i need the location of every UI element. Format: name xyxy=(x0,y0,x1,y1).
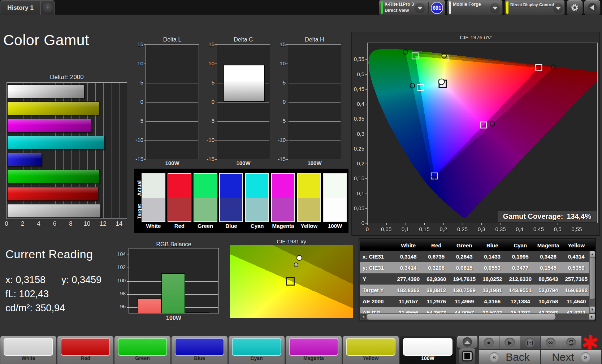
delta_c-title: Delta C xyxy=(217,36,270,43)
pattern-label: Yellow xyxy=(343,355,399,361)
table-cell: 0,3426 xyxy=(534,251,563,262)
deltae2000-plot xyxy=(7,82,127,219)
tick-mark xyxy=(144,83,146,83)
table-row: y: CIE310,34140,32080,68150,05530,34770,… xyxy=(360,262,589,273)
meter-dropdown[interactable]: X-Rite i1Pro 3 Direct View 691 xyxy=(379,0,445,15)
table-row-label: y: CIE31 xyxy=(360,262,394,273)
deltae-bar-yellow xyxy=(7,101,99,115)
table-cell: 212,6330 xyxy=(506,273,534,285)
y-tick-label: 100 xyxy=(114,278,126,283)
y-tick-label: -15 xyxy=(202,156,215,162)
tick-mark xyxy=(539,223,539,225)
play-icon: ▶ xyxy=(504,338,515,347)
next-button[interactable]: Next» xyxy=(541,350,601,364)
x-tick-label: 0,25 xyxy=(454,226,472,232)
pattern-button-100w[interactable]: 100W xyxy=(400,336,456,364)
add-tab-button[interactable]: + xyxy=(42,2,53,13)
tick-mark xyxy=(520,223,520,225)
display-control-chevron-down-icon[interactable] xyxy=(553,3,563,13)
tick-mark xyxy=(365,104,367,104)
tick-mark xyxy=(286,64,288,64)
table-cell: 12,1384 xyxy=(506,296,534,307)
table-cell: 0,0553 xyxy=(478,262,507,273)
loop-button[interactable]: ∞ xyxy=(541,336,561,349)
tick-mark xyxy=(144,64,146,64)
y-tick-label: -10 xyxy=(273,137,286,143)
scroll-up-button[interactable]: ▲ xyxy=(590,251,595,257)
table-horizontal-scrollbar[interactable]: ◄► xyxy=(360,313,595,320)
table-cell: 0,6735 xyxy=(423,251,451,262)
settings-button[interactable] xyxy=(567,0,582,15)
tab-history-1[interactable]: History 1 xyxy=(0,0,41,15)
x-tick-label: 12 xyxy=(99,220,107,228)
refresh-button[interactable] xyxy=(561,336,581,349)
pattern-button-white[interactable]: White xyxy=(0,336,56,364)
table-cell: 13,1981 xyxy=(478,285,507,296)
reading-x: x: 0,3158 xyxy=(5,274,46,286)
collapse-toolbar-button[interactable] xyxy=(584,0,600,15)
table-row-label: Y xyxy=(360,273,394,285)
y-tick-label: 96 xyxy=(114,304,126,309)
pattern-swatch xyxy=(403,338,452,356)
horizontal-scroll-thumb[interactable] xyxy=(367,314,555,320)
tick-mark xyxy=(215,83,217,83)
pattern-button-yellow[interactable]: Yellow xyxy=(343,336,399,364)
scroll-right-button[interactable]: ► xyxy=(589,314,595,320)
tick-mark xyxy=(215,121,217,121)
tick-mark xyxy=(386,223,387,225)
refresh-arrows-icon xyxy=(568,339,575,346)
pattern-window-square xyxy=(464,353,470,359)
table-cell: 52,0794 xyxy=(534,285,563,296)
scroll-down-button[interactable]: ▼ xyxy=(590,307,595,313)
alert-asterisk-icon[interactable] xyxy=(582,334,599,351)
measure-button[interactable]: [··] xyxy=(520,336,540,349)
source-status-stripe xyxy=(449,1,451,14)
table-row: Y277,439062,9360194,761518,0252212,63308… xyxy=(360,273,589,285)
page-title: Color Gamut xyxy=(3,32,89,49)
y-tick-label: -5 xyxy=(273,118,286,124)
vertical-scroll-thumb[interactable] xyxy=(590,258,595,299)
table-cell: 169,6382 xyxy=(562,285,589,296)
y-tick-label: 0,1 xyxy=(348,190,364,196)
play-button[interactable]: ▶ xyxy=(499,336,520,349)
pattern-window-button[interactable] xyxy=(459,348,475,364)
pattern-button-red[interactable]: Red xyxy=(57,336,113,364)
scroll-left-button[interactable]: ◄ xyxy=(360,314,366,320)
gridline xyxy=(146,121,198,122)
table-row: x: CIE310,31480,67350,26430,14330,19950,… xyxy=(360,251,589,262)
pattern-swatch xyxy=(4,338,53,356)
deltae-bar-100w xyxy=(7,84,85,98)
y-tick-label: 104 xyxy=(114,251,126,257)
display-control-dropdown[interactable]: Direct Display Control xyxy=(505,0,564,15)
table-row: Target Y182,836338,8812130,756913,198114… xyxy=(360,285,589,296)
source-dropdown[interactable]: Mobile Forge xyxy=(447,0,502,15)
table-cell: 130,7569 xyxy=(450,285,478,296)
back-chevrons-icon: « xyxy=(489,352,499,362)
back-button[interactable]: «Back xyxy=(479,350,540,364)
delta_l-title: Delta L xyxy=(146,36,199,43)
tick-mark xyxy=(365,89,367,90)
cie1931-zoom-canvas xyxy=(230,245,353,318)
pattern-button-magenta[interactable]: Magenta xyxy=(286,336,342,364)
pattern-button-green[interactable]: Green xyxy=(114,336,170,364)
swatch-blue xyxy=(219,173,243,222)
gamut-coverage-label: Gamut Coverage: xyxy=(503,212,563,221)
swatch-label: 100W xyxy=(320,223,351,229)
measure-icon: [··] xyxy=(525,338,535,347)
stop-button[interactable]: ■ xyxy=(479,336,499,349)
meter-chevron-down-icon[interactable] xyxy=(415,3,425,13)
pattern-list-up-button[interactable] xyxy=(457,336,477,348)
pattern-button-blue[interactable]: Blue xyxy=(172,336,228,364)
pattern-window-icon xyxy=(462,351,473,361)
swatch-actual xyxy=(246,174,268,198)
y-tick-label: 0,4 xyxy=(348,101,364,107)
deltae-bar-blue xyxy=(7,153,42,166)
table-header-cell: Blue xyxy=(478,240,507,251)
y-tick-label: 0,2 xyxy=(348,160,364,166)
tick-mark xyxy=(286,83,288,83)
meter-count-badge[interactable]: 691 xyxy=(431,2,443,14)
table-vertical-scrollbar[interactable]: ▲▼ xyxy=(589,251,595,313)
pattern-button-cyan[interactable]: Cyan xyxy=(229,336,285,364)
source-chevron-down-icon[interactable] xyxy=(490,3,500,13)
refresh-icon xyxy=(566,338,576,347)
